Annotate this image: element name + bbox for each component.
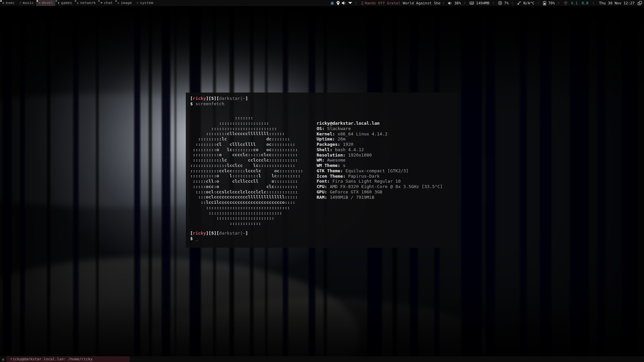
- location-pin-tray-icon[interactable]: [336, 1, 340, 5]
- tools-icon: ✖: [39, 1, 41, 5]
- info-row: Icon Theme: Papirus-Dark: [317, 174, 443, 179]
- info-row: WM: Awesome: [317, 158, 443, 163]
- tag-label: games: [61, 0, 72, 6]
- info-row: RAM: 1499MiB / 7919MiB: [317, 195, 443, 200]
- info-row: Font: Fira Sans Light Regular 10: [317, 179, 443, 184]
- shell-prompt: [ricky][5][darkstar|~]: [190, 231, 248, 236]
- top-statusbar: ⚙exec♪music✖devel♜games⇅network⚑chat✎ima…: [0, 0, 644, 6]
- info-row: Resolution: 644x362: [317, 153, 443, 158]
- terminal-window[interactable]: [ricky][5][darkstar|~] $ screenfetch :::…: [186, 93, 458, 248]
- info-row: Shell: bash 4.4.12: [317, 147, 443, 153]
- info-row: CPU: AMD FX-8320 Eight-Core @ 8x 3.5GHz …: [317, 184, 443, 189]
- status-widgets: ♫ Hands Off Gretel World Against She 38%…: [329, 0, 644, 6]
- text-cursor: _: [196, 236, 198, 241]
- chevron-separator-icon: [558, 2, 560, 4]
- temperature-value: N/A°C: [523, 1, 534, 5]
- bottom-taskbar: ☠ ricky@darkstar.local.lan: /home/ricky: [0, 356, 644, 362]
- note-icon: ♪: [19, 1, 21, 5]
- tag-system[interactable]: ⚡system: [134, 0, 156, 6]
- battery-icon: [543, 1, 546, 5]
- tag-occupied-marker: [115, 0, 117, 2]
- now-playing-title: World Against She: [403, 1, 441, 5]
- net-download-value: 0.1: [571, 1, 578, 5]
- volume-value: 38%: [454, 1, 461, 5]
- tag-label: image: [121, 0, 132, 6]
- tag-network[interactable]: ⇅network: [74, 0, 98, 6]
- chevron-separator-icon: [492, 2, 495, 4]
- cpu-value: 7%: [504, 1, 508, 5]
- run-icon: ⚙: [2, 1, 4, 5]
- info-row: Kernel: x86_64 Linux 4.14.2: [317, 131, 443, 137]
- pencil-icon: ✎: [117, 1, 119, 5]
- bolt-icon: ⚡: [137, 1, 139, 5]
- tag-label: music: [23, 0, 34, 6]
- tag-occupied-marker: [37, 0, 38, 2]
- tag-chat[interactable]: ⚑chat: [98, 0, 115, 6]
- tag-label: devel: [42, 0, 53, 6]
- command-line: $ screenfetch: [190, 101, 224, 107]
- memory-icon: [470, 1, 474, 5]
- chevron-separator-icon: [592, 2, 595, 4]
- network-icon: ⇅: [77, 1, 79, 5]
- taskbar-item-terminal[interactable]: ricky@darkstar.local.lan: /home/ricky: [6, 356, 130, 362]
- dropdown-arrow-icon[interactable]: [348, 2, 352, 4]
- chevron-separator-icon: [355, 2, 358, 4]
- tag-label: system: [140, 0, 153, 6]
- tag-label: chat: [104, 0, 113, 6]
- ascii-art: ::::::: ::::::::::::::::::: ::::::::::::…: [190, 115, 303, 226]
- taglist: ⚙exec♪music✖devel♜games⇅network⚑chat✎ima…: [0, 0, 156, 6]
- battery-value: 70%: [548, 1, 555, 5]
- tag-occupied-marker: [0, 0, 2, 2]
- tag-devel[interactable]: ✖devel: [36, 0, 55, 6]
- tag-exec[interactable]: ⚙exec: [0, 0, 17, 6]
- shell-prompt: [ricky][5][darkstar|~]: [190, 96, 248, 101]
- clock: Thu 30 Nov 12:27: [599, 1, 635, 5]
- flag-icon: ⚑: [100, 1, 102, 5]
- game-icon: ♜: [58, 1, 60, 5]
- info-row: GTK Theme: Equilux-compact [GTK2/3]: [317, 168, 443, 174]
- info-title: ricky@darkstar.local.lan: [317, 121, 380, 126]
- layout-indicator-icon[interactable]: [638, 1, 642, 5]
- skull-menu-icon[interactable]: ☠: [2, 357, 4, 361]
- tag-games[interactable]: ♜games: [55, 0, 74, 6]
- memory-value: 1494MB: [476, 1, 489, 5]
- tag-occupied-marker: [98, 0, 100, 2]
- info-row: OS: Slackware: [317, 126, 443, 131]
- cpu-icon: [498, 1, 502, 5]
- info-row: WM Theme: s: [317, 163, 443, 168]
- info-row: Uptime: 26m: [317, 136, 443, 142]
- tag-label: exec: [6, 0, 15, 6]
- tag-occupied-marker: [56, 0, 57, 2]
- tag-occupied-marker: [75, 0, 76, 2]
- music-note-icon: ♫: [361, 1, 364, 5]
- tag-label: network: [80, 0, 96, 6]
- command-line-current[interactable]: $ _: [190, 236, 198, 241]
- tag-image[interactable]: ✎image: [115, 0, 134, 6]
- chevron-separator-icon: [512, 2, 514, 4]
- chevron-separator-icon: [442, 2, 445, 4]
- thermometer-icon: [517, 1, 521, 5]
- speaker-tray-icon[interactable]: [342, 1, 346, 5]
- wifi-icon: [564, 1, 568, 5]
- info-row: Packages: 1920: [317, 142, 443, 147]
- volume-icon: [448, 1, 452, 5]
- bug-tray-icon[interactable]: [330, 1, 334, 5]
- tag-music[interactable]: ♪music: [17, 0, 36, 6]
- net-upload-value: 0.0: [582, 1, 588, 5]
- chevron-separator-icon: [464, 2, 467, 4]
- system-info: ricky@darkstar.local.lanOS: SlackwareKer…: [317, 121, 443, 200]
- taskbar-item-label: ricky@darkstar.local.lan: /home/ricky: [10, 357, 93, 361]
- info-row: GPU: GeForce GTX 1060 3GB: [317, 189, 443, 195]
- chevron-separator-icon: [537, 2, 540, 4]
- now-playing-artist: Hands Off Gretel: [365, 1, 400, 5]
